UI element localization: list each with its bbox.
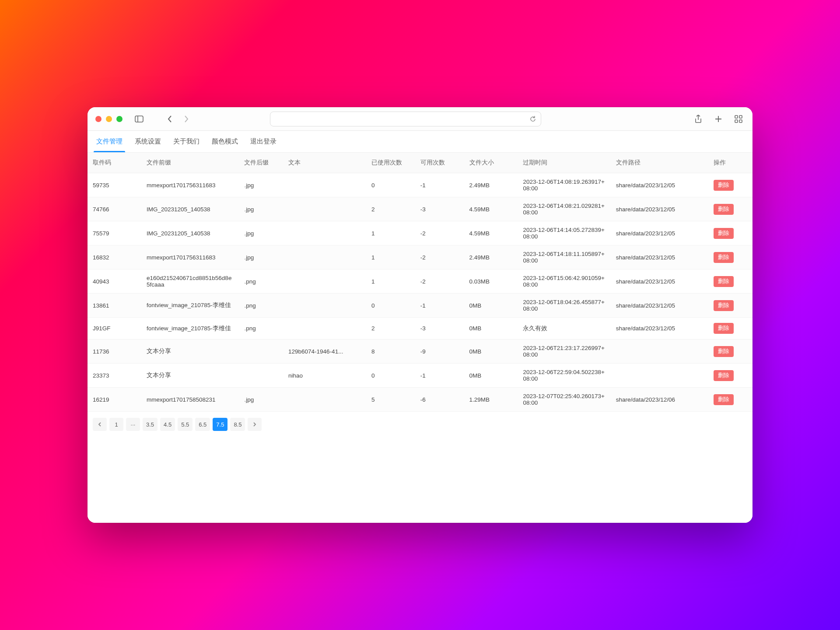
cell: .jpg: [239, 245, 283, 270]
address-bar[interactable]: [270, 112, 541, 126]
page-next[interactable]: [248, 418, 262, 431]
page-number[interactable]: 1: [109, 418, 123, 431]
cell: 0MB: [464, 318, 518, 340]
cell: [283, 197, 366, 221]
table-row: J91GFfontview_image_210785-李维佳.png2-30MB…: [88, 318, 752, 340]
page-number[interactable]: 7.5: [213, 418, 228, 431]
page-number[interactable]: 4.5: [160, 418, 175, 431]
cell: -3: [415, 318, 464, 340]
nav-tab-2[interactable]: 关于我们: [173, 131, 200, 152]
cell: share/data/2023/12/05: [611, 294, 709, 318]
page-number[interactable]: 8.5: [230, 418, 245, 431]
cell: mmexport1701756311683: [141, 245, 239, 270]
cell: 永久有效: [518, 318, 610, 340]
cell: [611, 364, 709, 388]
close-window-button[interactable]: [95, 116, 102, 122]
tab-overview-icon[interactable]: [732, 113, 745, 125]
column-header: 可用次数: [415, 153, 464, 173]
cell: 1: [366, 221, 415, 245]
table-row: 75579IMG_20231205_140538.jpg1-24.59MB202…: [88, 221, 752, 245]
svg-rect-5: [739, 116, 742, 118]
delete-button[interactable]: 删除: [714, 180, 734, 191]
delete-button[interactable]: 删除: [714, 323, 734, 334]
cell: [283, 270, 366, 294]
cell: -9: [415, 340, 464, 364]
cell: -2: [415, 245, 464, 270]
nav-tab-3[interactable]: 颜色模式: [212, 131, 238, 152]
column-header: 取件码: [88, 153, 141, 173]
cell: 2023-12-07T02:25:40.260173+08:00: [518, 388, 610, 412]
cell: .png: [239, 318, 283, 340]
cell: 2: [366, 318, 415, 340]
cell: 74766: [88, 197, 141, 221]
cell: fontview_image_210785-李维佳: [141, 294, 239, 318]
nav-tabs: 文件管理系统设置关于我们颜色模式退出登录: [88, 131, 752, 153]
cell: [283, 388, 366, 412]
cell: 2023-12-06T15:06:42.901059+08:00: [518, 270, 610, 294]
cell: 2023-12-06T22:59:04.502238+08:00: [518, 364, 610, 388]
cell: share/data/2023/12/05: [611, 221, 709, 245]
cell: fontview_image_210785-李维佳: [141, 318, 239, 340]
nav-tab-1[interactable]: 系统设置: [135, 131, 161, 152]
content-area: 取件码文件前缀文件后缀文本已使用次数可用次数文件大小过期时间文件路径操作 597…: [88, 153, 752, 523]
maximize-window-button[interactable]: [116, 116, 122, 122]
new-tab-icon[interactable]: [712, 113, 724, 125]
cell: 0.03MB: [464, 270, 518, 294]
pagination: 1···3.54.55.56.57.58.5: [88, 412, 752, 439]
delete-button[interactable]: 删除: [714, 394, 734, 405]
table-row: 13861fontview_image_210785-李维佳.png0-10MB…: [88, 294, 752, 318]
cell: share/data/2023/12/05: [611, 173, 709, 197]
sidebar-toggle-icon[interactable]: [133, 113, 145, 125]
delete-button[interactable]: 删除: [714, 346, 734, 357]
share-icon[interactable]: [692, 113, 704, 125]
delete-button[interactable]: 删除: [714, 370, 734, 381]
cell: share/data/2023/12/05: [611, 245, 709, 270]
delete-button[interactable]: 删除: [714, 228, 734, 239]
page-prev[interactable]: [93, 418, 107, 431]
forward-button[interactable]: [180, 113, 192, 125]
cell: [239, 340, 283, 364]
column-header: 文件大小: [464, 153, 518, 173]
cell: IMG_20231205_140538: [141, 197, 239, 221]
files-table: 取件码文件前缀文件后缀文本已使用次数可用次数文件大小过期时间文件路径操作 597…: [88, 153, 752, 412]
cell: 2023-12-06T18:04:26.455877+08:00: [518, 294, 610, 318]
cell: 文本分享: [141, 340, 239, 364]
cell: 129b6074-1946-41...: [283, 340, 366, 364]
cell: 文本分享: [141, 364, 239, 388]
cell: -6: [415, 388, 464, 412]
column-header: 文件前缀: [141, 153, 239, 173]
page-number[interactable]: 5.5: [178, 418, 192, 431]
cell: -2: [415, 221, 464, 245]
svg-rect-4: [735, 116, 738, 118]
page-number[interactable]: 6.5: [195, 418, 210, 431]
column-header: 过期时间: [518, 153, 610, 173]
cell: [239, 364, 283, 388]
back-button[interactable]: [164, 113, 176, 125]
cell: 0: [366, 173, 415, 197]
cell: -1: [415, 294, 464, 318]
nav-tab-4[interactable]: 退出登录: [250, 131, 276, 152]
cell: .jpg: [239, 221, 283, 245]
reload-icon[interactable]: [529, 116, 536, 122]
cell: 0MB: [464, 340, 518, 364]
delete-button[interactable]: 删除: [714, 300, 734, 311]
page-ellipsis: ···: [126, 418, 140, 431]
delete-button[interactable]: 删除: [714, 252, 734, 263]
cell: [611, 340, 709, 364]
column-header: 文件后缀: [239, 153, 283, 173]
delete-button[interactable]: 删除: [714, 276, 734, 287]
cell: [283, 245, 366, 270]
cell: 16219: [88, 388, 141, 412]
cell: [283, 294, 366, 318]
cell: 2.49MB: [464, 173, 518, 197]
cell: 16832: [88, 245, 141, 270]
nav-tab-0[interactable]: 文件管理: [96, 131, 122, 152]
page-number[interactable]: 3.5: [143, 418, 158, 431]
delete-button[interactable]: 删除: [714, 204, 734, 215]
cell: 11736: [88, 340, 141, 364]
minimize-window-button[interactable]: [106, 116, 112, 122]
cell: 0MB: [464, 364, 518, 388]
cell: IMG_20231205_140538: [141, 221, 239, 245]
cell: e160d215240671cd8851b56d8e5fcaaa: [141, 270, 239, 294]
cell: 2023-12-06T14:08:19.263917+08:00: [518, 173, 610, 197]
